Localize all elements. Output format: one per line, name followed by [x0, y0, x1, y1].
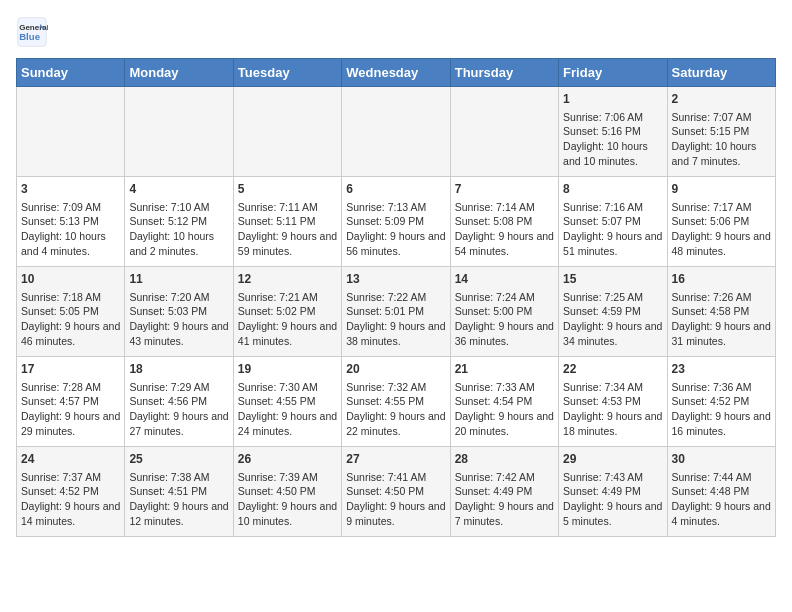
day-info: Sunrise: 7:21 AM	[238, 290, 337, 305]
day-info: Daylight: 9 hours and 4 minutes.	[672, 499, 771, 528]
calendar-cell: 24Sunrise: 7:37 AMSunset: 4:52 PMDayligh…	[17, 447, 125, 537]
calendar-cell	[342, 87, 450, 177]
day-number: 2	[672, 91, 771, 108]
day-info: Sunrise: 7:22 AM	[346, 290, 445, 305]
day-number: 5	[238, 181, 337, 198]
calendar-cell: 26Sunrise: 7:39 AMSunset: 4:50 PMDayligh…	[233, 447, 341, 537]
calendar-cell: 3Sunrise: 7:09 AMSunset: 5:13 PMDaylight…	[17, 177, 125, 267]
day-number: 6	[346, 181, 445, 198]
day-info: Sunset: 5:13 PM	[21, 214, 120, 229]
calendar-cell: 7Sunrise: 7:14 AMSunset: 5:08 PMDaylight…	[450, 177, 558, 267]
day-number: 20	[346, 361, 445, 378]
day-info: Sunrise: 7:33 AM	[455, 380, 554, 395]
day-number: 25	[129, 451, 228, 468]
page-header: General Blue	[16, 16, 776, 48]
day-info: Sunrise: 7:13 AM	[346, 200, 445, 215]
day-info: Sunset: 4:57 PM	[21, 394, 120, 409]
day-number: 4	[129, 181, 228, 198]
day-info: Sunrise: 7:11 AM	[238, 200, 337, 215]
day-info: Sunset: 4:58 PM	[672, 304, 771, 319]
day-number: 15	[563, 271, 662, 288]
day-info: Sunset: 4:49 PM	[455, 484, 554, 499]
day-info: Sunset: 5:02 PM	[238, 304, 337, 319]
day-info: Sunset: 5:08 PM	[455, 214, 554, 229]
day-info: Sunrise: 7:43 AM	[563, 470, 662, 485]
day-info: Sunset: 4:55 PM	[238, 394, 337, 409]
day-number: 8	[563, 181, 662, 198]
day-info: Sunrise: 7:44 AM	[672, 470, 771, 485]
day-info: Sunset: 5:12 PM	[129, 214, 228, 229]
calendar-cell: 22Sunrise: 7:34 AMSunset: 4:53 PMDayligh…	[559, 357, 667, 447]
day-number: 16	[672, 271, 771, 288]
weekday-header-friday: Friday	[559, 59, 667, 87]
day-info: Sunset: 5:00 PM	[455, 304, 554, 319]
calendar-cell: 28Sunrise: 7:42 AMSunset: 4:49 PMDayligh…	[450, 447, 558, 537]
day-info: Sunrise: 7:28 AM	[21, 380, 120, 395]
day-info: Daylight: 9 hours and 14 minutes.	[21, 499, 120, 528]
day-info: Daylight: 9 hours and 27 minutes.	[129, 409, 228, 438]
calendar-cell: 11Sunrise: 7:20 AMSunset: 5:03 PMDayligh…	[125, 267, 233, 357]
calendar-cell: 10Sunrise: 7:18 AMSunset: 5:05 PMDayligh…	[17, 267, 125, 357]
day-number: 23	[672, 361, 771, 378]
day-number: 3	[21, 181, 120, 198]
day-number: 27	[346, 451, 445, 468]
calendar-cell: 12Sunrise: 7:21 AMSunset: 5:02 PMDayligh…	[233, 267, 341, 357]
day-info: Sunrise: 7:16 AM	[563, 200, 662, 215]
calendar-cell: 6Sunrise: 7:13 AMSunset: 5:09 PMDaylight…	[342, 177, 450, 267]
calendar-cell: 9Sunrise: 7:17 AMSunset: 5:06 PMDaylight…	[667, 177, 775, 267]
calendar-cell: 25Sunrise: 7:38 AMSunset: 4:51 PMDayligh…	[125, 447, 233, 537]
day-number: 26	[238, 451, 337, 468]
calendar-cell: 30Sunrise: 7:44 AMSunset: 4:48 PMDayligh…	[667, 447, 775, 537]
calendar-cell: 15Sunrise: 7:25 AMSunset: 4:59 PMDayligh…	[559, 267, 667, 357]
day-info: Sunrise: 7:37 AM	[21, 470, 120, 485]
calendar-week-row: 24Sunrise: 7:37 AMSunset: 4:52 PMDayligh…	[17, 447, 776, 537]
day-info: Sunrise: 7:38 AM	[129, 470, 228, 485]
day-info: Sunset: 4:48 PM	[672, 484, 771, 499]
day-number: 13	[346, 271, 445, 288]
day-info: Daylight: 9 hours and 38 minutes.	[346, 319, 445, 348]
calendar-cell: 16Sunrise: 7:26 AMSunset: 4:58 PMDayligh…	[667, 267, 775, 357]
day-info: Sunset: 5:03 PM	[129, 304, 228, 319]
day-info: Daylight: 9 hours and 36 minutes.	[455, 319, 554, 348]
day-info: Daylight: 9 hours and 56 minutes.	[346, 229, 445, 258]
calendar-cell: 17Sunrise: 7:28 AMSunset: 4:57 PMDayligh…	[17, 357, 125, 447]
day-info: Sunset: 4:54 PM	[455, 394, 554, 409]
day-number: 21	[455, 361, 554, 378]
calendar-week-row: 17Sunrise: 7:28 AMSunset: 4:57 PMDayligh…	[17, 357, 776, 447]
day-info: Sunrise: 7:18 AM	[21, 290, 120, 305]
calendar-cell	[17, 87, 125, 177]
day-info: Sunset: 4:52 PM	[672, 394, 771, 409]
calendar-cell: 29Sunrise: 7:43 AMSunset: 4:49 PMDayligh…	[559, 447, 667, 537]
day-info: Sunset: 4:52 PM	[21, 484, 120, 499]
day-info: Sunset: 5:01 PM	[346, 304, 445, 319]
day-info: Sunrise: 7:17 AM	[672, 200, 771, 215]
day-info: Sunrise: 7:34 AM	[563, 380, 662, 395]
calendar-cell: 23Sunrise: 7:36 AMSunset: 4:52 PMDayligh…	[667, 357, 775, 447]
day-info: Sunrise: 7:07 AM	[672, 110, 771, 125]
weekday-header-thursday: Thursday	[450, 59, 558, 87]
day-info: Daylight: 9 hours and 59 minutes.	[238, 229, 337, 258]
day-info: Sunset: 5:15 PM	[672, 124, 771, 139]
calendar-week-row: 1Sunrise: 7:06 AMSunset: 5:16 PMDaylight…	[17, 87, 776, 177]
day-info: Daylight: 9 hours and 31 minutes.	[672, 319, 771, 348]
day-info: Sunrise: 7:32 AM	[346, 380, 445, 395]
day-info: Sunrise: 7:41 AM	[346, 470, 445, 485]
calendar-week-row: 10Sunrise: 7:18 AMSunset: 5:05 PMDayligh…	[17, 267, 776, 357]
calendar-cell: 8Sunrise: 7:16 AMSunset: 5:07 PMDaylight…	[559, 177, 667, 267]
weekday-header-monday: Monday	[125, 59, 233, 87]
day-info: Sunset: 5:05 PM	[21, 304, 120, 319]
day-number: 14	[455, 271, 554, 288]
day-info: Sunrise: 7:10 AM	[129, 200, 228, 215]
day-info: Daylight: 9 hours and 16 minutes.	[672, 409, 771, 438]
day-info: Sunset: 5:09 PM	[346, 214, 445, 229]
day-info: Daylight: 9 hours and 43 minutes.	[129, 319, 228, 348]
day-info: Daylight: 9 hours and 7 minutes.	[455, 499, 554, 528]
day-number: 19	[238, 361, 337, 378]
day-info: Sunset: 5:07 PM	[563, 214, 662, 229]
calendar-cell: 21Sunrise: 7:33 AMSunset: 4:54 PMDayligh…	[450, 357, 558, 447]
day-info: Daylight: 9 hours and 54 minutes.	[455, 229, 554, 258]
calendar-cell: 1Sunrise: 7:06 AMSunset: 5:16 PMDaylight…	[559, 87, 667, 177]
day-info: Sunset: 4:56 PM	[129, 394, 228, 409]
day-info: Sunset: 4:53 PM	[563, 394, 662, 409]
calendar-cell: 18Sunrise: 7:29 AMSunset: 4:56 PMDayligh…	[125, 357, 233, 447]
